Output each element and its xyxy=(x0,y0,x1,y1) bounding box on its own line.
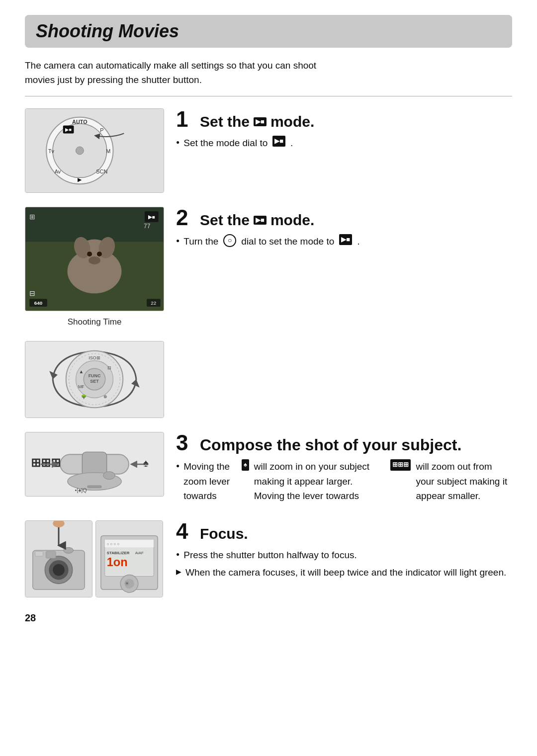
step-4-title: Focus. xyxy=(200,525,248,543)
svg-text:○ ○ ○ ○: ○ ○ ○ ○ xyxy=(107,542,120,546)
step-2b-row: FUNC SET ISO⊞ MF ⊟ ▲ 🌳 ⊕ xyxy=(25,341,512,418)
dog-photo-image: ▶■ 640 22 ⊟ ⊞ 77 xyxy=(25,207,164,311)
step-2-images: ▶■ 640 22 ⊟ ⊞ 77 Shooting Time xyxy=(25,207,164,327)
step-2-bullets: Turn the ○ dial to set the mode to ▶■. xyxy=(176,234,512,249)
svg-text:🌳: 🌳 xyxy=(81,394,87,400)
step-3-row: ⊞⊞⊞ ♠ •[♠]Q xyxy=(25,432,512,506)
step-3-bullets: Moving the zoom lever towards ♠ will zoo… xyxy=(176,459,512,503)
step-1-header: 1 Set the ▶■ mode. xyxy=(176,108,512,131)
section-divider xyxy=(25,96,512,96)
svg-point-20 xyxy=(87,252,92,256)
step-1-images: AUTO P M SCN ▶ Av Tv ▶■ xyxy=(25,108,164,193)
step-3-bullet-1: Moving the zoom lever towards ♠ will zoo… xyxy=(176,459,512,503)
svg-point-61 xyxy=(64,547,74,553)
svg-rect-54 xyxy=(87,485,102,488)
svg-point-53 xyxy=(103,472,115,480)
shutter-press-image xyxy=(25,520,92,597)
svg-text:⊞⊞⊞: ⊞⊞⊞ xyxy=(31,456,61,469)
svg-text:22: 22 xyxy=(151,300,156,306)
intro-text: The camera can automatically make all se… xyxy=(25,59,512,87)
step-2-row: ▶■ 640 22 ⊟ ⊞ 77 Shooting Time 2 Set the xyxy=(25,207,512,327)
svg-text:640: 640 xyxy=(34,300,43,306)
control-wheel-image: FUNC SET ISO⊞ MF ⊟ ▲ 🌳 ⊕ xyxy=(25,341,164,418)
svg-text:ISO⊞: ISO⊞ xyxy=(89,355,100,360)
svg-rect-63 xyxy=(46,551,56,558)
svg-text:⊞: ⊞ xyxy=(29,213,35,221)
step-1-number: 1 xyxy=(176,108,196,130)
svg-text:•[♠]Q: •[♠]Q xyxy=(75,487,87,493)
svg-text:⊕: ⊕ xyxy=(103,394,107,399)
step-2b-images: FUNC SET ISO⊞ MF ⊟ ▲ 🌳 ⊕ xyxy=(25,341,164,418)
page-title: Shooting Movies xyxy=(36,21,501,42)
svg-text:SET: SET xyxy=(90,379,99,384)
step-4-bullet-1: Press the shutter button halfway to focu… xyxy=(176,548,512,562)
lcd-display-image: ○ ○ ○ ○ STABILIZER AiAF 1on ☀ xyxy=(95,520,163,597)
svg-text:▶: ▶ xyxy=(78,177,82,182)
svg-text:♠: ♠ xyxy=(143,457,149,469)
tele-icon: ♠ xyxy=(242,459,249,470)
svg-point-60 xyxy=(53,564,65,576)
step-3-images: ⊞⊞⊞ ♠ •[♠]Q xyxy=(25,432,164,497)
page-number: 28 xyxy=(25,612,512,624)
svg-text:▶■: ▶■ xyxy=(65,127,71,132)
step-3-title: Compose the shot of your subject. xyxy=(200,435,461,454)
step-1-row: AUTO P M SCN ▶ Av Tv ▶■ xyxy=(25,108,512,193)
svg-rect-15 xyxy=(25,207,163,242)
svg-text:FUNC: FUNC xyxy=(89,373,101,378)
svg-text:P: P xyxy=(100,127,103,133)
step-3-content: 3 Compose the shot of your subject. Movi… xyxy=(176,432,512,506)
step-2-content: 2 Set the ▶■ mode. Turn the ○ dial to se… xyxy=(176,207,512,252)
svg-text:77: 77 xyxy=(144,223,150,230)
step-1-bullets: Set the mode dial to ▶■. xyxy=(176,136,512,150)
svg-text:SCN: SCN xyxy=(96,168,107,174)
step-1-title: Set the ▶■ mode. xyxy=(200,113,314,131)
movie-mode-icon-step2b: ▶■ xyxy=(339,234,352,245)
svg-text:1on: 1on xyxy=(107,555,128,568)
svg-point-22 xyxy=(89,256,100,264)
svg-rect-64 xyxy=(35,551,43,556)
svg-text:AUTO: AUTO xyxy=(72,119,88,125)
step-1-content: 1 Set the ▶■ mode. Set the mode dial to … xyxy=(176,108,512,153)
step-2-bullet-1: Turn the ○ dial to set the mode to ▶■. xyxy=(176,234,512,249)
svg-text:AiAF: AiAF xyxy=(135,551,144,555)
svg-text:▶■: ▶■ xyxy=(148,214,155,220)
svg-text:MF: MF xyxy=(78,384,85,389)
step-4-bullets: Press the shutter button halfway to focu… xyxy=(176,548,512,580)
svg-text:M: M xyxy=(106,148,110,154)
step-2-title: Set the ▶■ mode. xyxy=(200,211,314,229)
step-4-number: 4 xyxy=(176,520,196,542)
shooting-time-caption: Shooting Time xyxy=(25,317,164,327)
step-4-image-group: ○ ○ ○ ○ STABILIZER AiAF 1on ☀ xyxy=(25,520,164,597)
step-3-header: 3 Compose the shot of your subject. xyxy=(176,432,512,454)
svg-text:☀: ☀ xyxy=(124,580,130,587)
svg-text:Av: Av xyxy=(55,168,61,174)
step-4-row: ○ ○ ○ ○ STABILIZER AiAF 1on ☀ 4 Focus. xyxy=(25,520,512,597)
wide-icon: ⊞⊞⊞ xyxy=(390,459,411,470)
movie-mode-icon-title: ▶■ xyxy=(254,117,267,126)
step-4-bullet-2: When the camera focuses, it will beep tw… xyxy=(176,565,512,580)
svg-text:Tv: Tv xyxy=(48,148,55,154)
step-4-header: 4 Focus. xyxy=(176,520,512,543)
svg-text:⊟: ⊟ xyxy=(29,289,35,297)
svg-point-21 xyxy=(97,252,102,256)
dial-circle-icon: ○ xyxy=(223,234,236,247)
step-4-images: ○ ○ ○ ○ STABILIZER AiAF 1on ☀ xyxy=(25,520,164,597)
step-2-header: 2 Set the ▶■ mode. xyxy=(176,207,512,229)
page-title-box: Shooting Movies xyxy=(25,15,512,48)
mode-dial-image: AUTO P M SCN ▶ Av Tv ▶■ xyxy=(25,108,164,193)
svg-text:▲: ▲ xyxy=(79,369,84,374)
step-3-number: 3 xyxy=(176,432,196,454)
zoom-lever-image: ⊞⊞⊞ ♠ •[♠]Q xyxy=(25,432,164,497)
movie-mode-icon-inline: ▶■ xyxy=(272,136,285,147)
svg-text:⊟: ⊟ xyxy=(107,365,111,370)
movie-mode-icon-step2: ▶■ xyxy=(254,216,267,225)
step-2-number: 2 xyxy=(176,207,196,229)
svg-text:STABILIZER: STABILIZER xyxy=(107,551,130,555)
svg-point-12 xyxy=(76,147,84,155)
step-1-bullet-1: Set the mode dial to ▶■. xyxy=(176,136,512,150)
step-4-content: 4 Focus. Press the shutter button halfwa… xyxy=(176,520,512,583)
